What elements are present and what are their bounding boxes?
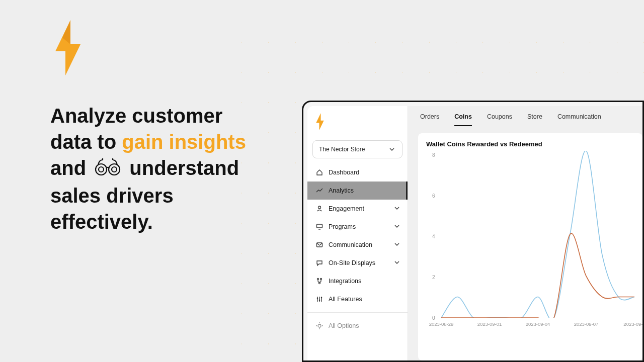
sidebar-item-all-options[interactable]: All Options <box>307 317 408 335</box>
svg-point-9 <box>318 206 321 209</box>
sidebar-item-label: All Options <box>329 322 359 329</box>
sidebar-item-programs[interactable]: Programs <box>307 218 408 236</box>
x-axis-tick: 2023-08-29 <box>429 321 454 327</box>
svg-point-15 <box>319 283 320 284</box>
sidebar-item-label: On-Site Displays <box>329 259 375 266</box>
y-axis-tick: 6 <box>432 193 435 199</box>
sidebar-item-communication[interactable]: Communication <box>307 236 408 254</box>
series-rewarded <box>441 151 634 318</box>
app-frame: The Nector Store DashboardAnalyticsEngag… <box>302 101 644 362</box>
brand-logo <box>50 20 86 77</box>
sidebar-item-analytics[interactable]: Analytics <box>307 182 408 200</box>
store-select-label: The Nector Store <box>319 146 365 153</box>
svg-point-4 <box>99 167 104 172</box>
svg-marker-8 <box>316 113 324 130</box>
x-axis-tick: 2023-09-07 <box>574 321 599 327</box>
sidebar-item-label: Communication <box>329 241 372 248</box>
sliders-icon <box>315 296 324 303</box>
sidebar-item-label: Engagement <box>329 205 364 212</box>
y-axis-tick: 4 <box>432 234 435 239</box>
tab-orders[interactable]: Orders <box>420 113 439 126</box>
svg-point-3 <box>109 164 120 175</box>
tab-communication[interactable]: Communication <box>557 113 601 126</box>
store-select[interactable]: The Nector Store <box>312 140 403 158</box>
mail-icon <box>315 241 324 248</box>
sidebar-item-label: Dashboard <box>329 169 359 176</box>
sidebar-nav: DashboardAnalyticsEngagementProgramsComm… <box>307 163 408 308</box>
sidebar-item-label: All Features <box>329 296 362 303</box>
svg-point-14 <box>320 279 322 280</box>
sidebar-divider <box>307 312 408 313</box>
chart-area: 024682023-08-292023-09-012023-09-042023-… <box>426 151 634 327</box>
monitor-icon <box>315 223 324 230</box>
sidebar-item-label: Analytics <box>329 187 354 194</box>
tab-store[interactable]: Store <box>527 113 542 126</box>
sidebar-item-on-site-displays[interactable]: On-Site Displays <box>307 254 408 272</box>
main-panel: OrdersCoinsCouponsStoreCommunication Wal… <box>408 106 642 360</box>
branch-icon <box>315 278 324 285</box>
y-axis-tick: 0 <box>432 315 435 321</box>
chevron-down-icon <box>394 205 399 212</box>
x-axis-tick: 2023-09-01 <box>477 321 502 327</box>
svg-point-13 <box>317 279 319 280</box>
home-icon <box>315 169 324 176</box>
sidebar-item-label: Integrations <box>329 278 361 285</box>
chat-icon <box>315 259 324 266</box>
svg-point-2 <box>96 164 107 175</box>
tab-bar: OrdersCoinsCouponsStoreCommunication <box>408 106 642 126</box>
sidebar-item-integrations[interactable]: Integrations <box>307 272 408 290</box>
sidebar-logo <box>314 113 400 132</box>
chevron-down-icon <box>388 147 396 152</box>
headline-accent: gain insights <box>122 131 246 153</box>
sidebar-item-label: Programs <box>329 223 356 230</box>
headline-part-2: and <box>50 157 92 179</box>
tab-coins[interactable]: Coins <box>454 113 472 126</box>
chart-card: Wallet Coins Rewarded vs Redeemed 024682… <box>418 133 642 360</box>
sidebar-item-all-features[interactable]: All Features <box>307 290 408 308</box>
series-redeemed <box>441 233 634 318</box>
chevron-down-icon <box>394 259 399 266</box>
y-axis-tick: 2 <box>432 275 435 280</box>
headline: Analyze customer data to gain insights a… <box>50 103 252 235</box>
chart-title: Wallet Coins Rewarded vs Redeemed <box>426 140 634 148</box>
x-axis-tick: 2023-09-1 <box>623 321 642 327</box>
svg-rect-10 <box>317 224 323 228</box>
binoculars-icon <box>94 156 122 183</box>
user-icon <box>315 205 324 212</box>
chart-icon <box>315 187 324 194</box>
svg-point-5 <box>112 167 117 172</box>
tab-coupons[interactable]: Coupons <box>487 113 512 126</box>
chevron-down-icon <box>394 241 399 248</box>
svg-point-19 <box>317 298 318 299</box>
svg-point-22 <box>318 324 321 327</box>
svg-point-21 <box>321 297 323 299</box>
gear-icon <box>315 322 324 329</box>
sidebar-item-dashboard[interactable]: Dashboard <box>307 163 408 182</box>
x-axis-tick: 2023-09-04 <box>526 321 550 327</box>
y-axis-tick: 8 <box>432 152 435 158</box>
sidebar: The Nector Store DashboardAnalyticsEngag… <box>307 106 408 360</box>
svg-point-20 <box>319 300 320 301</box>
sidebar-item-engagement[interactable]: Engagement <box>307 200 408 218</box>
chevron-down-icon <box>394 223 399 230</box>
